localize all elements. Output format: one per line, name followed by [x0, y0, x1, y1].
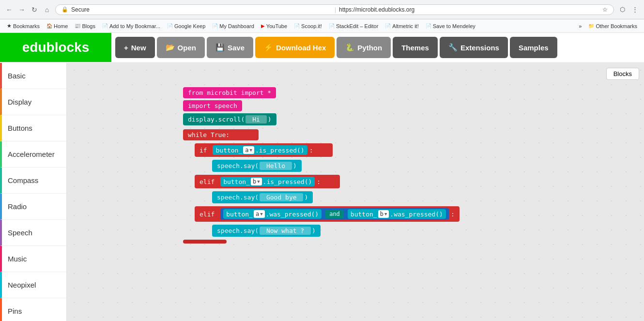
block-row-elif-b: elif button_ b ▼ .is_pressed() : — [195, 175, 460, 189]
star-icon: ☆ — [602, 6, 608, 13]
url-value: https://microbit.edublocks.org — [339, 6, 599, 13]
button-b2-dropdown[interactable]: b ▼ — [378, 210, 389, 218]
menu-icon[interactable]: ⋮ — [629, 4, 640, 15]
bookmark-dashboard[interactable]: 📄 My Dashboard — [209, 22, 257, 30]
add-bookmark-icon: 📄 — [102, 23, 108, 29]
sidebar-item-speech[interactable]: Speech — [0, 220, 66, 246]
python-button[interactable]: 🐍 Python — [337, 37, 391, 58]
block-elif-b[interactable]: elif button_ b ▼ .is_pressed() : — [195, 175, 340, 188]
bookmarks-label[interactable]: ★ Bookmarks — [4, 22, 43, 30]
block-speech-goodbye[interactable]: speech.say( Good bye ) — [212, 191, 313, 203]
and-operator: and — [325, 210, 344, 218]
home-button[interactable]: ⌂ — [42, 4, 52, 15]
open-button[interactable]: 📂 Open — [157, 37, 205, 58]
block-import-speech[interactable]: import speech — [183, 100, 242, 111]
block-row-if: if button_ a ▼ .is_pressed() : — [195, 143, 460, 158]
sidebar-item-neopixel[interactable]: Neopixel — [0, 272, 66, 298]
block-row-import: from microbit import * — [183, 87, 460, 99]
block-button-b-pressed[interactable]: button_ b ▼ .is_pressed() — [220, 177, 315, 186]
logo-area: edublocks — [0, 33, 111, 62]
forward-button[interactable]: → — [16, 4, 27, 15]
app-header: edublocks + New 📂 Open 💾 Save ⚡ Download… — [0, 33, 644, 63]
bookmark-youtube[interactable]: ▶ YouTube — [258, 22, 290, 30]
goodbye-string: Good bye — [260, 193, 303, 201]
sidebar-item-display[interactable]: Display — [0, 89, 66, 115]
sidebar-item-buttons[interactable]: Buttons — [0, 115, 66, 141]
view-toggle-button[interactable]: Blocks — [606, 68, 639, 80]
block-row-closing — [183, 240, 460, 245]
address-bar[interactable]: 🔒 Secure | https://microbit.edublocks.or… — [55, 4, 614, 15]
refresh-button[interactable]: ↻ — [29, 4, 40, 15]
altmetric-icon: 📄 — [385, 23, 391, 29]
dropdown-arrow-b2: ▼ — [384, 212, 387, 216]
block-button-a-was-pressed[interactable]: button_ a ▼ .was_pressed() — [223, 209, 322, 219]
block-from-microbit[interactable]: from microbit import * — [183, 87, 276, 98]
bookmark-other[interactable]: 📁 Other Bookmarks — [585, 22, 640, 30]
bookmarks-bar: ★ Bookmarks 🏠 Home 📰 Blogs 📄 Add to My B… — [0, 19, 644, 33]
save-button[interactable]: 💾 Save — [207, 37, 253, 58]
sidebar-item-compass[interactable]: Compass — [0, 168, 66, 194]
python-icon: 🐍 — [345, 43, 354, 52]
url-text: Secure — [71, 6, 332, 13]
bookmark-add[interactable]: 📄 Add to My Bookmar... — [99, 22, 163, 30]
block-button-a-pressed[interactable]: button_ a ▼ .is_pressed() — [213, 145, 307, 155]
mendeley-icon: 📄 — [426, 23, 431, 29]
button-a-dropdown[interactable]: a ▼ — [243, 146, 254, 154]
block-row-display-scroll: display.scroll( Hi ) — [183, 113, 460, 126]
block-button-b-was-pressed[interactable]: button_ b ▼ .was_pressed() — [348, 209, 446, 219]
blogs-icon: 📰 — [75, 23, 80, 29]
button-a2-dropdown[interactable]: a ▼ — [254, 210, 265, 218]
block-speech-nowwhat[interactable]: speech.say( Now what ? ) — [212, 225, 321, 237]
download-icon: ⚡ — [264, 43, 273, 52]
back-button[interactable]: ← — [4, 4, 15, 15]
samples-button[interactable]: Samples — [510, 37, 557, 58]
sidebar-item-music[interactable]: Music — [0, 246, 66, 272]
bookmark-mendeley[interactable]: 📄 Save to Mendeley — [423, 22, 478, 30]
block-row-speech-nowwhat: speech.say( Now what ? ) — [212, 225, 460, 238]
browser-icons: ⬡ ⋮ — [617, 4, 640, 15]
sidebar: Basic Display Buttons Accelerometer Comp… — [0, 63, 67, 321]
canvas-area[interactable]: Blocks from microbit import * import spe… — [67, 63, 644, 321]
url-separator: | — [335, 6, 336, 13]
browser-bar: ← → ↻ ⌂ 🔒 Secure | https://microbit.edub… — [0, 0, 644, 19]
nowwhat-string: Now what ? — [260, 227, 311, 235]
import-text: from microbit import * — [188, 89, 271, 96]
button-b-dropdown[interactable]: b ▼ — [251, 178, 262, 185]
themes-button[interactable]: Themes — [393, 37, 438, 58]
google-keep-icon: 📄 — [167, 23, 173, 29]
block-display-scroll[interactable]: display.scroll( Hi ) — [183, 113, 276, 125]
sidebar-item-radio[interactable]: Radio — [0, 194, 66, 220]
block-while-true[interactable]: while True: — [183, 129, 259, 140]
block-and-condition[interactable]: button_ a ▼ .was_pressed() and button_ — [220, 208, 449, 220]
extensions-icon[interactable]: ⬡ — [617, 4, 628, 15]
bookmark-home[interactable]: 🏠 Home — [44, 22, 71, 30]
app-logo: edublocks — [22, 40, 89, 55]
block-row-elif-ab: elif button_ a ▼ .was_pressed() — [195, 206, 460, 223]
bookmark-altmetric[interactable]: 📄 Altmetric it! — [382, 22, 421, 30]
block-row-while: while True: — [183, 129, 460, 141]
bookmark-stackedit[interactable]: 📄 StackEdit – Editor — [326, 22, 381, 30]
nav-buttons: ← → ↻ ⌂ — [4, 4, 52, 15]
scroll-string: Hi — [245, 115, 266, 123]
sidebar-item-pins[interactable]: Pins — [0, 298, 66, 321]
bookmark-google-keep[interactable]: 📄 Google Keep — [164, 22, 208, 30]
block-row-speech-hello: speech.say( Hello ) — [212, 160, 460, 173]
block-row-speech-goodbye: speech.say( Good bye ) — [212, 191, 460, 204]
extensions-btn-icon: 🔧 — [448, 43, 458, 52]
blocks-container: from microbit import * import speech dis… — [183, 87, 460, 245]
bookmark-blogs[interactable]: 📰 Blogs — [72, 22, 98, 30]
bookmarks-more[interactable]: » — [576, 22, 584, 30]
sidebar-item-basic[interactable]: Basic — [0, 63, 66, 89]
block-if[interactable]: if button_ a ▼ .is_pressed() : — [195, 143, 333, 157]
extensions-button[interactable]: 🔧 Extensions — [440, 37, 508, 58]
sidebar-item-accelerometer[interactable]: Accelerometer — [0, 141, 66, 168]
block-closing — [183, 240, 227, 244]
download-hex-button[interactable]: ⚡ Download Hex — [255, 37, 335, 58]
block-row-import-speech: import speech — [183, 100, 460, 112]
new-button[interactable]: + New — [115, 37, 155, 58]
block-speech-hello[interactable]: speech.say( Hello ) — [212, 160, 302, 172]
home-bookmark-icon: 🏠 — [46, 23, 52, 29]
bookmark-scoopit[interactable]: 📄 Scoop.it! — [291, 22, 325, 30]
dropdown-arrow-a: ▼ — [250, 148, 252, 153]
block-elif-ab[interactable]: elif button_ a ▼ .was_pressed() — [195, 206, 460, 222]
